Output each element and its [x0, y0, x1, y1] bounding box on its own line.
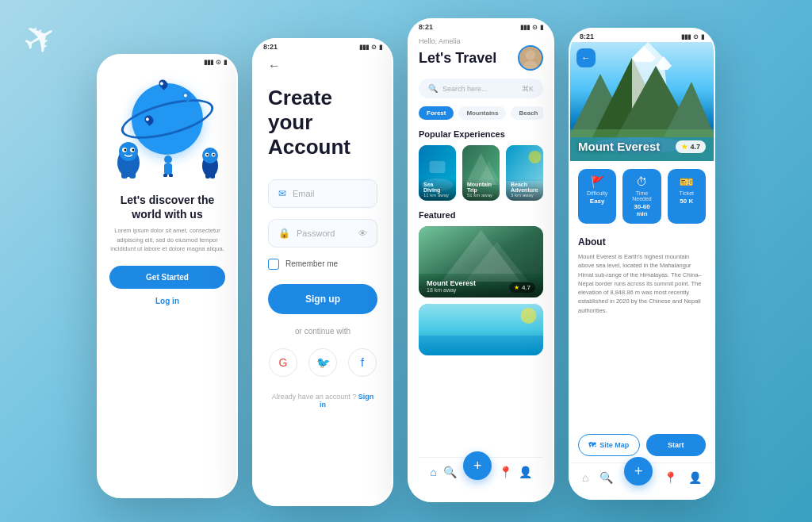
signal-p2: ▮▮▮	[359, 44, 369, 51]
ticket-icon: 🎫	[672, 175, 701, 188]
phone2-content: ← Create your Account ✉ Email 🔒 Password…	[252, 52, 393, 498]
have-account-text: Already have an account ? Sign in	[268, 393, 377, 409]
hero-rating: ★ 4.7	[676, 140, 706, 153]
svg-point-21	[526, 50, 535, 59]
back-button-p2[interactable]: ←	[268, 59, 377, 73]
svg-point-9	[202, 148, 218, 163]
nav-location-p4[interactable]: 📍	[664, 471, 677, 484]
signup-button[interactable]: Sign up	[268, 284, 377, 314]
ticket-value: 50 K	[672, 198, 701, 205]
ticket-label: Ticket	[672, 190, 701, 196]
password-placeholder: Password	[297, 228, 352, 238]
email-field[interactable]: ✉ Email	[268, 179, 377, 208]
svg-point-1	[119, 142, 138, 161]
featured-dist: 18 km away	[427, 287, 476, 293]
svg-rect-17	[164, 163, 172, 175]
exp-card-mountain[interactable]: Mountain Trip 51 km away	[462, 145, 500, 201]
site-map-button[interactable]: 🗺 Site Map	[578, 434, 640, 456]
about-title: About	[578, 236, 706, 248]
svg-point-31	[529, 151, 542, 163]
status-time-p2: 8:21	[263, 43, 278, 51]
nav-profile-p3[interactable]: 👤	[519, 466, 532, 478]
nav-home-p3[interactable]: ⌂	[430, 466, 436, 478]
login-button[interactable]: Log in	[155, 297, 179, 305]
featured-section-title: Featured	[419, 210, 543, 220]
battery-p3: ▮	[540, 24, 543, 31]
battery-icon: ▮	[224, 59, 227, 66]
nav-home-p4[interactable]: ⌂	[582, 471, 588, 484]
popular-section-title: Popular Experiences	[419, 129, 543, 139]
nav-profile-p4[interactable]: 👤	[688, 471, 702, 484]
status-icons-p4: ▮▮▮ ⊙ ▮	[681, 33, 704, 40]
nav-location-p3[interactable]: 📍	[499, 466, 512, 478]
experience-cards: Sea Diving 11 km away Mounta	[419, 145, 543, 201]
pill-mountains[interactable]: Mountains	[458, 106, 506, 120]
svg-point-38	[521, 308, 537, 324]
remember-checkbox[interactable]	[268, 259, 279, 270]
wifi-icon: ⊙	[216, 59, 221, 66]
exp-card-overlay-beach: Beach Adventure 3 km away	[506, 178, 543, 201]
signal-p3: ▮▮▮	[520, 24, 530, 31]
time-icon: ⏱	[627, 175, 656, 188]
status-time-p3: 8:21	[419, 23, 433, 31]
svg-rect-18	[163, 174, 167, 177]
google-button[interactable]: G	[269, 348, 297, 377]
monster-left	[113, 139, 144, 178]
exp-card-beach[interactable]: Beach Adventure 3 km away	[506, 145, 543, 201]
phone-create-account: 8:21 ▮▮▮ ⊙ ▮ ← Create your Account ✉ Ema…	[252, 38, 393, 506]
rating-value-p4: 4.7	[690, 143, 700, 151]
info-card-time: ⏱ Time Needed 30-60 min	[622, 169, 661, 224]
email-icon: ✉	[278, 188, 286, 199]
back-button-p4[interactable]: ←	[576, 48, 596, 67]
svg-rect-6	[121, 172, 128, 178]
social-buttons: G 🐦 f	[268, 348, 377, 377]
lock-icon: 🔒	[278, 228, 290, 239]
bottom-nav-p3: ⌂ 🔍 + 📍 👤	[419, 457, 543, 486]
difficulty-icon: 🚩	[583, 175, 611, 188]
mountain-title: Mount Everest	[578, 140, 660, 153]
facebook-button[interactable]: f	[348, 348, 377, 377]
exp-card-overlay-mountain: Mountain Trip 51 km away	[462, 178, 500, 201]
pill-forest[interactable]: Forest	[419, 106, 454, 120]
svg-rect-15	[210, 173, 215, 178]
nav-search-p4[interactable]: 🔍	[599, 471, 613, 484]
remember-row: Remember me	[268, 259, 377, 270]
exp-card-sea[interactable]: Sea Diving 11 km away	[419, 145, 456, 201]
svg-point-16	[164, 155, 172, 163]
start-button[interactable]: Start	[646, 434, 707, 456]
beach-card[interactable]	[419, 304, 543, 355]
status-icons-p3: ▮▮▮ ⊙ ▮	[520, 24, 543, 31]
pill-beach[interactable]: Beach	[511, 106, 543, 120]
or-continue-text: or continue with	[268, 327, 377, 336]
hero-image: ← Mount Everest ★ 4.7	[569, 42, 715, 161]
time-label: Time Needed	[627, 190, 656, 202]
add-button-p4[interactable]: +	[624, 457, 653, 486]
nav-search-p3[interactable]: 🔍	[443, 466, 457, 478]
difficulty-label: Difficulty	[583, 190, 611, 196]
battery-p2: ▮	[379, 44, 382, 51]
greeting-text: Hello, Amelia	[419, 37, 543, 45]
difficulty-value: Easy	[583, 198, 611, 205]
get-started-button[interactable]: Get Started	[109, 266, 225, 289]
status-bar-p1: ▮▮▮ ⊙ ▮	[97, 54, 238, 67]
svg-point-12	[206, 154, 208, 155]
travel-header: Let's Travel	[419, 45, 543, 71]
remember-label: Remember me	[285, 259, 338, 268]
svg-rect-14	[205, 173, 210, 178]
password-field[interactable]: 🔒 Password 👁	[268, 219, 377, 248]
status-bar-p2: 8:21 ▮▮▮ ⊙ ▮	[252, 38, 393, 52]
star-icon: ★	[514, 284, 519, 291]
twitter-button[interactable]: 🐦	[308, 348, 337, 377]
phone3-content: Hello, Amelia Let's Travel 🔍	[408, 33, 554, 494]
wifi-p3: ⊙	[532, 24, 538, 31]
small-character	[161, 155, 175, 177]
wifi-p2: ⊙	[371, 44, 377, 51]
add-button-p3[interactable]: +	[463, 451, 492, 480]
exp-mountain-name: Mountain Trip	[467, 182, 495, 193]
search-icon: 🔍	[428, 84, 438, 93]
featured-name: Mount Everest	[427, 279, 476, 287]
search-bar[interactable]: 🔍 Search here... ⌘K	[419, 79, 543, 98]
avatar[interactable]	[518, 45, 543, 71]
featured-card-everest[interactable]: Mount Everest 18 km away ★ 4.7	[419, 226, 543, 297]
svg-point-4	[124, 149, 127, 152]
